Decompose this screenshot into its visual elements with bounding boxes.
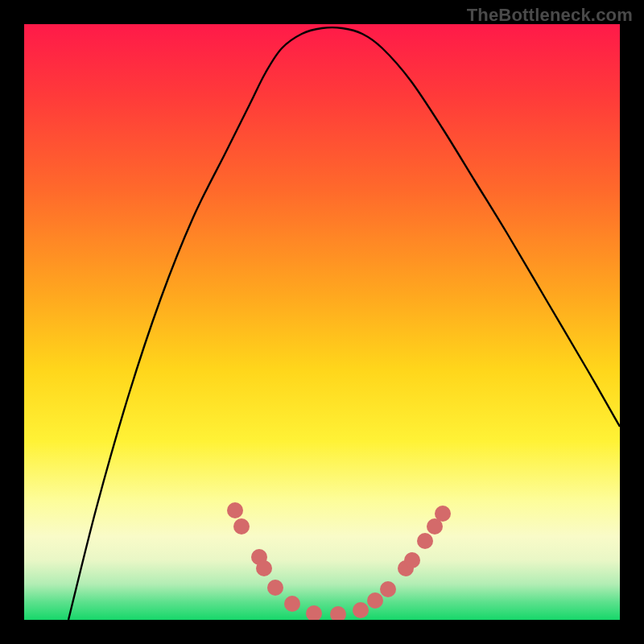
curve-marker	[227, 502, 243, 518]
curve-marker	[435, 506, 451, 522]
watermark-text: TheBottleneck.com	[467, 5, 633, 26]
curve-marker	[256, 560, 272, 576]
curve-marker	[284, 596, 300, 612]
plot-svg	[24, 24, 620, 620]
curve-marker	[417, 533, 433, 549]
curve-marker	[330, 606, 346, 620]
curve-marker	[367, 592, 383, 609]
curve-marker	[380, 581, 396, 597]
curve-marker	[353, 602, 369, 618]
curve-marker	[233, 518, 250, 535]
bottleneck-curve	[68, 27, 620, 620]
curve-marker	[267, 580, 283, 596]
curve-marker	[404, 552, 420, 568]
plot-area	[24, 24, 620, 620]
marker-group	[227, 502, 451, 620]
chart-container: TheBottleneck.com	[0, 0, 644, 644]
curve-marker	[306, 605, 322, 620]
